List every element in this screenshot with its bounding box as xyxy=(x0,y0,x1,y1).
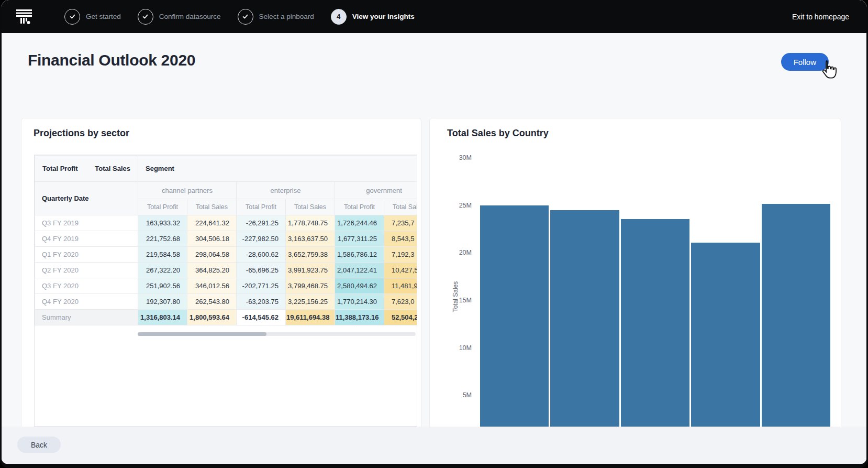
bar[interactable] xyxy=(480,205,549,427)
sub-header[interactable]: Total Profit xyxy=(335,199,384,215)
y-tick-label: 5M xyxy=(430,390,472,400)
sub-header[interactable]: Total Sales xyxy=(384,199,418,215)
data-cell[interactable]: 7,623,0 xyxy=(384,294,418,310)
data-cell[interactable]: 3,225,156.25 xyxy=(286,294,335,310)
bars-area xyxy=(480,118,830,427)
data-cell[interactable]: 7,235,7 xyxy=(384,215,418,231)
y-tick-label: 15M xyxy=(430,296,472,305)
sub-header[interactable]: Total Sales xyxy=(187,199,237,215)
row-label[interactable]: Q3 FY 2020 xyxy=(35,278,138,294)
data-cell[interactable]: 1,770,214.30 xyxy=(335,294,384,310)
data-cell[interactable]: 346,012.56 xyxy=(187,278,237,294)
window-frame: Get started Confirm datasource Select a … xyxy=(0,0,868,468)
data-cell[interactable]: 3,652,759.38 xyxy=(286,247,335,263)
step-item-view-insights[interactable]: 4 View your insights xyxy=(331,9,415,25)
data-cell[interactable]: 2,047,122.41 xyxy=(335,263,384,278)
data-cell[interactable]: 251,902.56 xyxy=(138,278,187,294)
data-cell[interactable]: 163,933.32 xyxy=(138,215,187,231)
row-label[interactable]: Q4 FY 2020 xyxy=(35,294,138,310)
wizard-stepper: Get started Confirm datasource Select a … xyxy=(64,9,415,25)
data-cell[interactable]: 1,778,748.75 xyxy=(286,215,335,231)
data-cell[interactable]: 304,506.18 xyxy=(187,231,237,247)
back-button[interactable]: Back xyxy=(17,437,61,453)
data-cell[interactable]: 2,580,494.62 xyxy=(335,278,384,294)
step-label: Confirm datasource xyxy=(159,13,221,20)
row-label[interactable]: Q4 FY 2019 xyxy=(35,231,138,247)
data-cell[interactable]: -614,545.62 xyxy=(237,310,286,325)
horizontal-scrollbar-thumb[interactable] xyxy=(138,332,266,336)
bar[interactable] xyxy=(550,210,619,427)
y-tick-label: 30M xyxy=(430,153,472,162)
data-cell[interactable]: 224,641.32 xyxy=(187,215,237,231)
data-cell[interactable]: 52,504,2 xyxy=(384,310,418,325)
table-row: Q3 FY 2019 163,933.32 224,641.32 -26,291… xyxy=(35,215,418,231)
data-cell[interactable]: 298,064.58 xyxy=(187,247,237,263)
data-cell[interactable]: 11,481,9 xyxy=(384,278,418,294)
horizontal-scrollbar-track[interactable] xyxy=(138,332,416,336)
row-label[interactable]: Q3 FY 2019 xyxy=(35,215,138,231)
exit-to-homepage-link[interactable]: Exit to homepage xyxy=(792,13,849,21)
data-cell[interactable]: 1,726,244.46 xyxy=(335,215,384,231)
data-cell[interactable]: 3,799,468.75 xyxy=(286,278,335,294)
data-cell[interactable]: 221,752.68 xyxy=(138,231,187,247)
data-cell[interactable]: -28,600.62 xyxy=(237,247,286,263)
check-circle-icon xyxy=(238,9,253,25)
bar[interactable] xyxy=(621,219,689,427)
data-cell[interactable]: 19,611,694.38 xyxy=(286,310,335,325)
data-cell[interactable]: 267,322.20 xyxy=(138,263,187,278)
data-cell[interactable]: 192,307.80 xyxy=(138,294,187,310)
data-cell[interactable]: 1,316,803.14 xyxy=(138,310,187,325)
measure-header: Total Sales xyxy=(95,165,130,172)
row-dimension-header[interactable]: Quarterly Date xyxy=(35,182,138,215)
data-cell[interactable]: -227,982.50 xyxy=(237,231,286,247)
segment-header-cell[interactable]: Segment xyxy=(138,156,418,182)
step-item-confirm-datasource[interactable]: Confirm datasource xyxy=(138,9,221,25)
bar[interactable] xyxy=(691,243,760,427)
data-cell[interactable]: -202,771.25 xyxy=(237,278,286,294)
data-cell[interactable]: 8,543,5 xyxy=(384,231,418,247)
thoughtspot-logo-icon[interactable] xyxy=(16,9,32,25)
step-item-get-started[interactable]: Get started xyxy=(64,9,121,25)
pivot-card: Projections by sector Total Profit Total… xyxy=(21,118,421,427)
data-cell[interactable]: -63,203.75 xyxy=(237,294,286,310)
y-tick-label: 20M xyxy=(430,248,472,257)
footer-bar: Back xyxy=(2,427,866,464)
sub-header[interactable]: Total Sales xyxy=(286,199,335,215)
step-item-select-pinboard[interactable]: Select a pinboard xyxy=(238,9,314,25)
row-label[interactable]: Q2 FY 2020 xyxy=(35,263,138,278)
data-cell[interactable]: 11,388,173.16 xyxy=(335,310,384,325)
data-cell[interactable]: 7,192,3 xyxy=(384,247,418,263)
data-cell[interactable]: 364,825.20 xyxy=(187,263,237,278)
measure-header: Total Profit xyxy=(42,165,78,172)
data-cell[interactable]: 10,427,5 xyxy=(384,263,418,278)
data-cell[interactable]: 219,584.58 xyxy=(138,247,187,263)
table-row: Q2 FY 2020 267,322.20 364,825.20 -65,696… xyxy=(35,263,418,278)
column-group-header[interactable]: channel partners xyxy=(138,182,237,199)
y-tick-label: 25M xyxy=(430,201,472,210)
data-cell[interactable]: 262,543.80 xyxy=(187,294,237,310)
column-group-header[interactable]: government xyxy=(335,182,418,199)
data-cell[interactable]: 1,677,311.25 xyxy=(335,231,384,247)
data-cell[interactable]: 1,800,593.64 xyxy=(187,310,237,325)
row-label[interactable]: Summary xyxy=(35,310,138,325)
data-cell[interactable]: -26,291.25 xyxy=(237,215,286,231)
step-number-badge: 4 xyxy=(331,9,347,25)
data-cell[interactable]: -65,696.25 xyxy=(237,263,286,278)
data-cell[interactable]: 3,991,923.75 xyxy=(286,263,335,278)
bar[interactable] xyxy=(762,204,830,427)
check-circle-icon xyxy=(138,9,153,25)
summary-row: Summary 1,316,803.14 1,800,593.64 -614,5… xyxy=(35,310,418,325)
data-cell[interactable]: 1,586,786.12 xyxy=(335,247,384,263)
data-cell[interactable]: 3,163,637.50 xyxy=(286,231,335,247)
measures-header-cell[interactable]: Total Profit Total Sales xyxy=(35,156,138,182)
pivot-table: Total Profit Total Sales Segment Quarter… xyxy=(35,155,417,325)
y-axis: 30M 25M 20M 15M 10M 5M xyxy=(430,118,472,427)
follow-button[interactable]: Follow xyxy=(781,53,829,71)
row-label[interactable]: Q1 FY 2020 xyxy=(35,247,138,263)
sub-header[interactable]: Total Profit xyxy=(237,199,286,215)
chart-card: Total Sales by Country 30M 25M 20M 15M 1… xyxy=(429,118,841,427)
column-group-header[interactable]: enterprise xyxy=(237,182,335,199)
y-axis-title: Total Sales xyxy=(452,281,459,312)
step-label: Get started xyxy=(86,13,121,20)
sub-header[interactable]: Total Profit xyxy=(138,199,187,215)
